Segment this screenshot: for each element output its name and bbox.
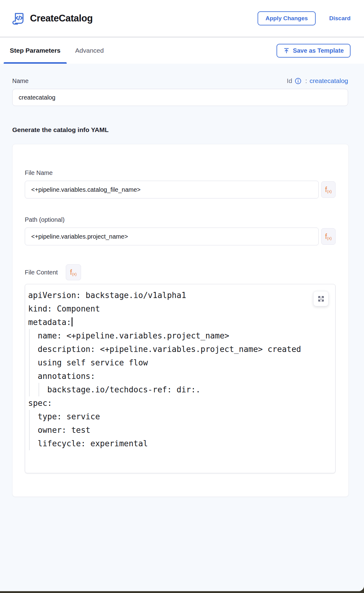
name-input-wrap <box>12 89 348 106</box>
path-label: Path (optional) <box>25 216 336 223</box>
expand-editor-button[interactable] <box>313 291 329 306</box>
save-as-template-label: Save as Template <box>293 47 344 54</box>
path-row: f(x) <box>25 228 336 245</box>
code-line: name: <+pipeline.variables.project_name> <box>28 329 335 342</box>
name-input[interactable] <box>12 89 348 106</box>
code-line: backstage.io/techdocs-ref: dir:. <box>28 383 335 396</box>
indent-guide <box>29 410 30 450</box>
code-line: apiVersion: backstage.io/v1alpha1 <box>28 289 335 302</box>
file-name-label: File Name <box>25 169 336 176</box>
file-content-row: File Content f(x) <box>25 264 336 280</box>
file-name-row: f(x) <box>25 181 336 198</box>
code-line: owner: test <box>28 423 335 437</box>
file-content-fx-button[interactable]: f(x) <box>66 264 81 280</box>
info-icon[interactable] <box>295 77 302 85</box>
tab-advanced[interactable]: Advanced <box>69 37 110 64</box>
step-parameters-card: File Name f(x) Path (optional) f(x) File… <box>12 144 349 497</box>
code-line: lifecycle: experimental <box>28 437 335 450</box>
id-label: Id <box>287 77 292 85</box>
tab-bar: Step Parameters Advanced Save as Templat… <box>0 37 364 64</box>
file-content-label: File Content <box>25 269 58 276</box>
script-step-icon <box>12 12 25 25</box>
tab-step-parameters-label: Step Parameters <box>10 47 61 54</box>
tab-advanced-label: Advanced <box>75 47 104 54</box>
tab-step-parameters[interactable]: Step Parameters <box>4 37 67 64</box>
apply-changes-button[interactable]: Apply Changes <box>258 11 316 25</box>
code-line: metadata: <box>28 315 335 329</box>
text-cursor <box>72 317 72 327</box>
name-row: Name Id : createcatalog <box>12 77 348 85</box>
id-colon: : <box>305 77 307 85</box>
code-line: annotations: <box>28 369 335 383</box>
section-heading: Generate the catalog info YAML <box>12 126 352 134</box>
indent-guide <box>39 383 39 396</box>
id-value: createcatalog <box>310 77 348 85</box>
name-label: Name <box>12 77 28 85</box>
save-as-template-button[interactable]: Save as Template <box>277 44 351 58</box>
step-id: Id : createcatalog <box>287 77 348 85</box>
code-line: type: service <box>28 410 335 423</box>
page-title: CreateCatalog <box>30 13 93 24</box>
discard-button[interactable]: Discard <box>329 15 351 22</box>
file-name-input[interactable] <box>25 181 319 198</box>
header: CreateCatalog Apply Changes Discard <box>0 0 364 37</box>
code-line: using self service flow <box>28 356 335 369</box>
code-line: spec: <box>28 396 335 410</box>
code-lines: apiVersion: backstage.io/v1alpha1kind: C… <box>28 289 335 450</box>
file-name-fx-button[interactable]: f(x) <box>321 181 336 198</box>
expand-icon <box>318 295 325 302</box>
indent-guide <box>29 329 30 396</box>
step-config-panel: CreateCatalog Apply Changes Discard Step… <box>0 0 364 591</box>
upload-icon <box>283 47 290 54</box>
content-area: Name Id : createcatalog Generate the cat… <box>0 64 364 591</box>
path-fx-button[interactable]: f(x) <box>321 228 336 245</box>
active-tab-underline <box>4 62 67 64</box>
path-input[interactable] <box>25 228 319 245</box>
file-content-editor[interactable]: apiVersion: backstage.io/v1alpha1kind: C… <box>25 284 336 473</box>
code-line: kind: Component <box>28 302 335 315</box>
code-line: description: <+pipeline.variables.projec… <box>28 342 335 356</box>
